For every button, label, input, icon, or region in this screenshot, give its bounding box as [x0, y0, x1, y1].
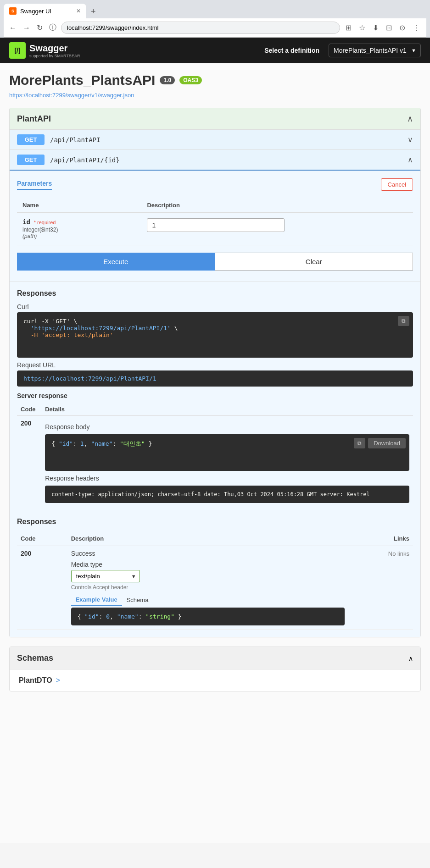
request-url-label: Request URL — [17, 361, 413, 369]
copy-response-btn[interactable]: ⧉ — [354, 438, 365, 448]
swagger-logo-sub: supported by SMARTBEAR — [29, 54, 80, 58]
endpoint-path-plant-id: /api/PlantAPI/{id} — [50, 156, 402, 164]
method-badge-get: GET — [17, 134, 45, 145]
responses-200-detail: Success Media type text/plain — [67, 546, 349, 630]
extensions-btn[interactable]: ⬇ — [370, 22, 381, 34]
select-definition-label: Select a definition — [264, 47, 319, 54]
media-type-select[interactable]: text/plain — [71, 570, 140, 582]
param-id-input[interactable] — [147, 218, 285, 232]
schemas-section: Schemas ∧ PlantDTO > — [9, 647, 421, 691]
curl-block: curl -X 'GET' \ 'https://localhost:7299/… — [17, 312, 413, 358]
param-row-id: id * required integer($int32) (path) — [17, 213, 413, 245]
response-headers-block: content-type: application/json; charset=… — [45, 486, 409, 503]
schemas-header[interactable]: Schemas ∧ — [10, 647, 420, 669]
forward-btn[interactable]: → — [21, 22, 32, 34]
menu-btn[interactable]: ⋮ — [410, 22, 423, 34]
server-response-row: 200 Response body { "id": 1, "name": "대인… — [17, 416, 413, 511]
plant-api-section: PlantAPI ∧ GET /api/PlantAPI ∨ GET /api/… — [9, 108, 421, 637]
endpoint-get-plant-by-id: GET /api/PlantAPI/{id} ∧ Parameters Canc… — [10, 150, 420, 637]
browser-nav: ← → ↻ ⓘ ⊞ ☆ ⬇ ⊡ ⊙ ⋮ — [4, 18, 426, 38]
endpoint-path-plants: /api/PlantAPI — [50, 136, 402, 144]
curl-copy-btn[interactable]: ⧉ — [398, 316, 409, 326]
controls-hint: Controls Accept header — [71, 584, 345, 591]
execute-button[interactable]: Execute — [17, 253, 215, 271]
schemas-toggle-icon: ∧ — [408, 655, 413, 662]
refresh-btn[interactable]: ↻ — [35, 22, 45, 34]
responses-section: Responses Curl curl -X 'GET' \ 'https://… — [10, 282, 420, 637]
example-value-tab[interactable]: Example Value — [71, 594, 122, 606]
info-btn[interactable]: ⓘ — [47, 21, 58, 34]
response-body-label: Response body — [45, 423, 409, 431]
download-button[interactable]: Download — [368, 438, 406, 448]
param-name: id — [22, 218, 30, 226]
params-tab[interactable]: Parameters — [17, 180, 52, 190]
bookmark-btn[interactable]: ☆ — [356, 22, 368, 34]
schema-plantdto-name: PlantDTO — [19, 676, 52, 685]
request-url-block: https://localhost:7299/api/PlantAPI/1 — [17, 370, 413, 387]
example-code-block: { "id": 0, "name": "string" } — [71, 608, 345, 625]
swagger-header: [/] Swagger supported by SMARTBEAR Selec… — [0, 38, 430, 63]
code-col: Code — [17, 403, 41, 416]
tab-close-btn[interactable]: ✕ — [76, 8, 81, 14]
media-type-section: Media type text/plain Controls Accept he… — [71, 561, 345, 591]
params-table: Name Description id * required integer($… — [17, 198, 413, 245]
tab-favicon: S — [9, 7, 17, 15]
clear-button[interactable]: Clear — [215, 253, 413, 271]
plant-section-title: PlantAPI — [17, 114, 51, 124]
api-swagger-link[interactable]: https://localhost:7299/swagger/v1/swagge… — [9, 92, 421, 99]
definition-select-wrapper: MorePlants_PlantsAPI v1 — [329, 44, 421, 57]
active-tab[interactable]: S Swagger UI ✕ — [4, 4, 86, 18]
param-name-cell: id * required integer($int32) (path) — [17, 213, 141, 245]
responses-200-desc: Success — [71, 550, 345, 557]
endpoint-get-plants-header[interactable]: GET /api/PlantAPI ∨ — [10, 130, 420, 149]
endpoint-expanded-header[interactable]: GET /api/PlantAPI/{id} ∧ — [10, 150, 420, 171]
endpoint-expanded-body: Parameters Cancel Name Description — [10, 171, 420, 637]
params-section: Parameters Cancel Name Description — [10, 171, 420, 282]
schemas-title: Schemas — [17, 653, 53, 663]
schema-plantdto[interactable]: PlantDTO > — [10, 669, 420, 691]
oas-badge: OAS3 — [179, 76, 202, 84]
swagger-logo: [/] Swagger supported by SMARTBEAR — [9, 42, 80, 59]
example-tabs: Example Value Schema — [71, 594, 345, 606]
version-badge: 1.0 — [160, 76, 175, 84]
api-title-row: MorePlants_PlantsAPI 1.0 OAS3 — [9, 72, 421, 88]
back-btn[interactable]: ← — [7, 22, 18, 34]
server-response-label: Server response — [17, 392, 413, 399]
new-tab-btn[interactable]: + — [87, 5, 100, 18]
server-response-table: Code Details 200 Response body — [17, 403, 413, 510]
response-headers-label: Response headers — [45, 475, 409, 482]
browser-tabs: S Swagger UI ✕ + — [4, 4, 426, 18]
swagger-logo-icon: [/] — [9, 42, 26, 59]
media-type-wrapper: text/plain — [71, 570, 140, 582]
response-details: Response body { "id": 1, "name": "대인초" }… — [41, 416, 413, 511]
browser-actions: ⊞ ☆ ⬇ ⊡ ⊙ ⋮ — [343, 22, 423, 34]
param-type: integer($int32) — [22, 227, 136, 233]
param-location: (path) — [22, 233, 136, 239]
extensions2-btn[interactable]: ⊡ — [383, 22, 395, 34]
api-title: MorePlants_PlantsAPI — [9, 72, 155, 88]
responses-200-row: 200 Success Media type text/plain — [17, 546, 413, 630]
curl-label: Curl — [17, 303, 413, 310]
swagger-logo-text: Swagger — [29, 43, 67, 53]
params-header: Parameters Cancel — [17, 178, 413, 191]
example-section: Example Value Schema { "id": 0, "name": … — [71, 594, 345, 625]
responses-200-code: 200 — [21, 550, 31, 557]
collapse-icon: ∧ — [408, 155, 413, 164]
endpoint-get-plants: GET /api/PlantAPI ∨ — [10, 130, 420, 150]
expand-icon: ∨ — [408, 135, 413, 144]
responses-desc-col: Description — [67, 531, 349, 546]
name-col-header: Name — [17, 198, 141, 213]
translate-btn[interactable]: ⊞ — [343, 22, 354, 34]
definition-select[interactable]: MorePlants_PlantsAPI v1 — [329, 44, 421, 57]
profile-btn[interactable]: ⊙ — [396, 22, 408, 34]
param-desc-cell — [141, 213, 413, 245]
schema-tab[interactable]: Schema — [122, 594, 153, 606]
section-toggle-icon: ∧ — [407, 114, 413, 124]
responses-links-col: Links — [348, 531, 413, 546]
browser-chrome: S Swagger UI ✕ + ← → ↻ ⓘ ⊞ ☆ ⬇ ⊡ ⊙ ⋮ — [0, 0, 430, 38]
schema-expand-icon: > — [56, 676, 60, 685]
plant-section-header[interactable]: PlantAPI ∧ — [10, 108, 420, 130]
cancel-button[interactable]: Cancel — [381, 178, 413, 191]
address-bar[interactable] — [61, 22, 340, 34]
no-links-text: No links — [388, 550, 409, 557]
